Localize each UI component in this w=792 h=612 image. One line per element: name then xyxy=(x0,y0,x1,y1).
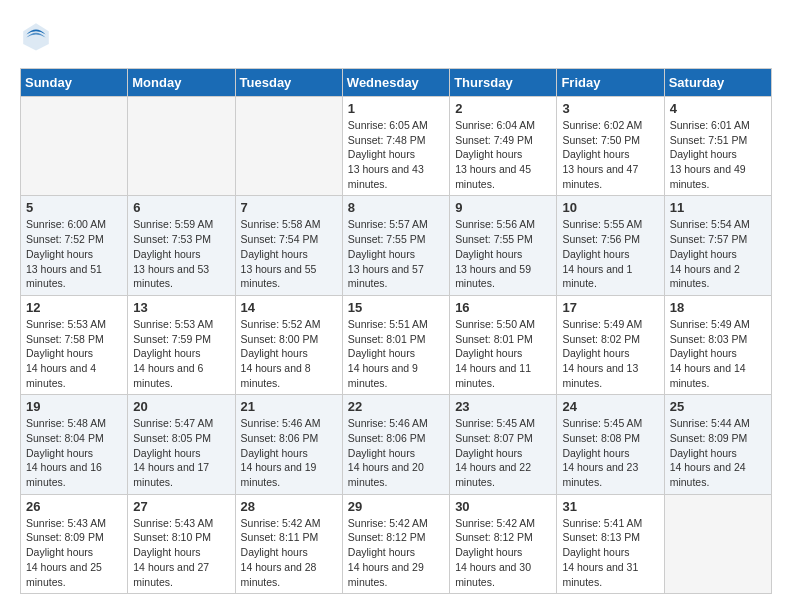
header-tuesday: Tuesday xyxy=(235,69,342,97)
day-info: Sunrise: 5:42 AMSunset: 8:11 PMDaylight … xyxy=(241,516,337,589)
day-info: Sunrise: 5:43 AMSunset: 8:09 PMDaylight … xyxy=(26,516,122,589)
day-number: 16 xyxy=(455,300,551,315)
week-row-5: 26Sunrise: 5:43 AMSunset: 8:09 PMDayligh… xyxy=(21,494,772,593)
day-number: 4 xyxy=(670,101,766,116)
day-cell xyxy=(128,97,235,196)
day-number: 2 xyxy=(455,101,551,116)
day-info: Sunrise: 5:41 AMSunset: 8:13 PMDaylight … xyxy=(562,516,658,589)
day-cell: 8Sunrise: 5:57 AMSunset: 7:55 PMDaylight… xyxy=(342,196,449,295)
day-info: Sunrise: 5:48 AMSunset: 8:04 PMDaylight … xyxy=(26,416,122,489)
day-cell xyxy=(664,494,771,593)
day-cell: 20Sunrise: 5:47 AMSunset: 8:05 PMDayligh… xyxy=(128,395,235,494)
logo xyxy=(20,20,56,52)
day-info: Sunrise: 5:53 AMSunset: 7:58 PMDaylight … xyxy=(26,317,122,390)
day-number: 14 xyxy=(241,300,337,315)
day-number: 13 xyxy=(133,300,229,315)
day-cell: 10Sunrise: 5:55 AMSunset: 7:56 PMDayligh… xyxy=(557,196,664,295)
day-cell: 17Sunrise: 5:49 AMSunset: 8:02 PMDayligh… xyxy=(557,295,664,394)
header-monday: Monday xyxy=(128,69,235,97)
day-number: 10 xyxy=(562,200,658,215)
week-row-2: 5Sunrise: 6:00 AMSunset: 7:52 PMDaylight… xyxy=(21,196,772,295)
day-info: Sunrise: 5:53 AMSunset: 7:59 PMDaylight … xyxy=(133,317,229,390)
day-info: Sunrise: 5:42 AMSunset: 8:12 PMDaylight … xyxy=(348,516,444,589)
day-cell: 30Sunrise: 5:42 AMSunset: 8:12 PMDayligh… xyxy=(450,494,557,593)
day-number: 19 xyxy=(26,399,122,414)
day-number: 9 xyxy=(455,200,551,215)
day-number: 25 xyxy=(670,399,766,414)
day-number: 6 xyxy=(133,200,229,215)
week-row-3: 12Sunrise: 5:53 AMSunset: 7:58 PMDayligh… xyxy=(21,295,772,394)
header-thursday: Thursday xyxy=(450,69,557,97)
day-cell: 14Sunrise: 5:52 AMSunset: 8:00 PMDayligh… xyxy=(235,295,342,394)
day-info: Sunrise: 5:56 AMSunset: 7:55 PMDaylight … xyxy=(455,217,551,290)
day-number: 12 xyxy=(26,300,122,315)
day-number: 5 xyxy=(26,200,122,215)
day-cell: 15Sunrise: 5:51 AMSunset: 8:01 PMDayligh… xyxy=(342,295,449,394)
day-info: Sunrise: 5:42 AMSunset: 8:12 PMDaylight … xyxy=(455,516,551,589)
day-info: Sunrise: 6:00 AMSunset: 7:52 PMDaylight … xyxy=(26,217,122,290)
day-cell: 5Sunrise: 6:00 AMSunset: 7:52 PMDaylight… xyxy=(21,196,128,295)
day-cell: 23Sunrise: 5:45 AMSunset: 8:07 PMDayligh… xyxy=(450,395,557,494)
day-number: 31 xyxy=(562,499,658,514)
day-info: Sunrise: 5:51 AMSunset: 8:01 PMDaylight … xyxy=(348,317,444,390)
day-cell: 27Sunrise: 5:43 AMSunset: 8:10 PMDayligh… xyxy=(128,494,235,593)
day-info: Sunrise: 6:02 AMSunset: 7:50 PMDaylight … xyxy=(562,118,658,191)
calendar-table: SundayMondayTuesdayWednesdayThursdayFrid… xyxy=(20,68,772,594)
day-info: Sunrise: 5:46 AMSunset: 8:06 PMDaylight … xyxy=(348,416,444,489)
day-number: 26 xyxy=(26,499,122,514)
day-number: 17 xyxy=(562,300,658,315)
day-number: 7 xyxy=(241,200,337,215)
day-cell: 22Sunrise: 5:46 AMSunset: 8:06 PMDayligh… xyxy=(342,395,449,494)
day-cell: 24Sunrise: 5:45 AMSunset: 8:08 PMDayligh… xyxy=(557,395,664,494)
day-cell: 29Sunrise: 5:42 AMSunset: 8:12 PMDayligh… xyxy=(342,494,449,593)
day-number: 30 xyxy=(455,499,551,514)
day-number: 24 xyxy=(562,399,658,414)
day-number: 11 xyxy=(670,200,766,215)
day-info: Sunrise: 5:43 AMSunset: 8:10 PMDaylight … xyxy=(133,516,229,589)
day-cell: 9Sunrise: 5:56 AMSunset: 7:55 PMDaylight… xyxy=(450,196,557,295)
day-number: 3 xyxy=(562,101,658,116)
day-number: 8 xyxy=(348,200,444,215)
day-info: Sunrise: 5:45 AMSunset: 8:08 PMDaylight … xyxy=(562,416,658,489)
day-cell: 2Sunrise: 6:04 AMSunset: 7:49 PMDaylight… xyxy=(450,97,557,196)
day-info: Sunrise: 6:01 AMSunset: 7:51 PMDaylight … xyxy=(670,118,766,191)
calendar-header xyxy=(20,20,772,52)
day-info: Sunrise: 5:54 AMSunset: 7:57 PMDaylight … xyxy=(670,217,766,290)
week-row-4: 19Sunrise: 5:48 AMSunset: 8:04 PMDayligh… xyxy=(21,395,772,494)
svg-marker-0 xyxy=(23,23,49,50)
day-number: 22 xyxy=(348,399,444,414)
day-info: Sunrise: 5:49 AMSunset: 8:02 PMDaylight … xyxy=(562,317,658,390)
header-saturday: Saturday xyxy=(664,69,771,97)
day-info: Sunrise: 5:58 AMSunset: 7:54 PMDaylight … xyxy=(241,217,337,290)
day-info: Sunrise: 5:44 AMSunset: 8:09 PMDaylight … xyxy=(670,416,766,489)
day-info: Sunrise: 6:05 AMSunset: 7:48 PMDaylight … xyxy=(348,118,444,191)
day-number: 21 xyxy=(241,399,337,414)
header-wednesday: Wednesday xyxy=(342,69,449,97)
day-cell: 12Sunrise: 5:53 AMSunset: 7:58 PMDayligh… xyxy=(21,295,128,394)
day-info: Sunrise: 5:52 AMSunset: 8:00 PMDaylight … xyxy=(241,317,337,390)
day-cell xyxy=(235,97,342,196)
day-info: Sunrise: 5:50 AMSunset: 8:01 PMDaylight … xyxy=(455,317,551,390)
day-info: Sunrise: 5:49 AMSunset: 8:03 PMDaylight … xyxy=(670,317,766,390)
day-number: 1 xyxy=(348,101,444,116)
day-cell: 7Sunrise: 5:58 AMSunset: 7:54 PMDaylight… xyxy=(235,196,342,295)
day-number: 27 xyxy=(133,499,229,514)
day-info: Sunrise: 5:47 AMSunset: 8:05 PMDaylight … xyxy=(133,416,229,489)
logo-icon xyxy=(20,20,52,52)
day-info: Sunrise: 6:04 AMSunset: 7:49 PMDaylight … xyxy=(455,118,551,191)
day-info: Sunrise: 5:57 AMSunset: 7:55 PMDaylight … xyxy=(348,217,444,290)
week-row-1: 1Sunrise: 6:05 AMSunset: 7:48 PMDaylight… xyxy=(21,97,772,196)
header-sunday: Sunday xyxy=(21,69,128,97)
day-number: 29 xyxy=(348,499,444,514)
day-cell: 31Sunrise: 5:41 AMSunset: 8:13 PMDayligh… xyxy=(557,494,664,593)
day-cell: 4Sunrise: 6:01 AMSunset: 7:51 PMDaylight… xyxy=(664,97,771,196)
header-row: SundayMondayTuesdayWednesdayThursdayFrid… xyxy=(21,69,772,97)
day-cell: 11Sunrise: 5:54 AMSunset: 7:57 PMDayligh… xyxy=(664,196,771,295)
day-cell: 13Sunrise: 5:53 AMSunset: 7:59 PMDayligh… xyxy=(128,295,235,394)
day-cell: 21Sunrise: 5:46 AMSunset: 8:06 PMDayligh… xyxy=(235,395,342,494)
day-number: 18 xyxy=(670,300,766,315)
day-cell: 28Sunrise: 5:42 AMSunset: 8:11 PMDayligh… xyxy=(235,494,342,593)
header-friday: Friday xyxy=(557,69,664,97)
day-cell: 6Sunrise: 5:59 AMSunset: 7:53 PMDaylight… xyxy=(128,196,235,295)
day-cell: 26Sunrise: 5:43 AMSunset: 8:09 PMDayligh… xyxy=(21,494,128,593)
